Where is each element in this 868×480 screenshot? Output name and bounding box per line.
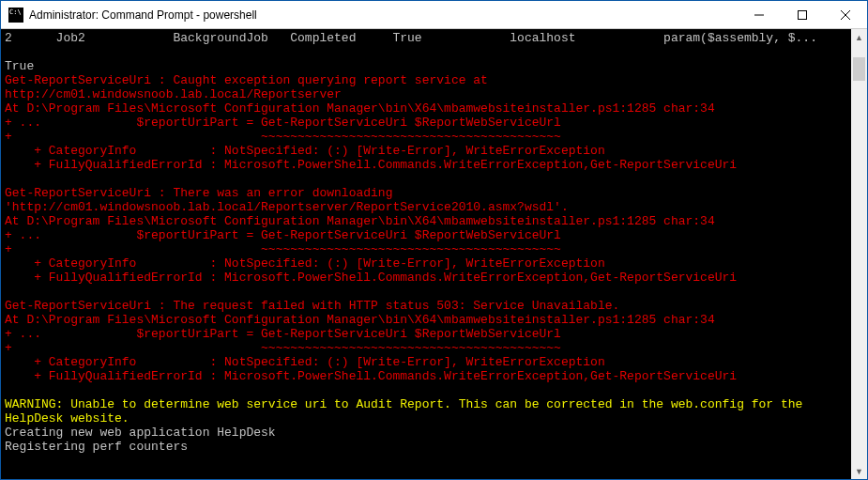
terminal-line: HelpDesk website. — [5, 411, 851, 426]
terminal-viewport: 2 Job2 BackgroundJob Completed True loca… — [1, 29, 867, 479]
terminal-line: + CategoryInfo : NotSpecified: (:) [Writ… — [5, 144, 851, 158]
terminal-line: + ~~~~~~~~~~~~~~~~~~~~~~~~~~~~~~~~~~~~~~… — [5, 242, 851, 256]
minimize-button[interactable] — [738, 1, 781, 28]
terminal-line — [5, 285, 851, 299]
terminal-line: + FullyQualifiedErrorId : Microsoft.Powe… — [5, 271, 851, 285]
maximize-icon — [798, 10, 807, 20]
terminal-line: + FullyQualifiedErrorId : Microsoft.Powe… — [5, 369, 851, 383]
titlebar[interactable]: Administrator: Command Prompt - powershe… — [1, 1, 867, 29]
terminal-line: 'http://cm01.windowsnoob.lab.local/Repor… — [5, 200, 851, 214]
window-controls — [738, 1, 867, 28]
scroll-down-arrow-icon[interactable]: ▼ — [851, 463, 867, 479]
terminal-line: Get-ReportServiceUri : Caught exception … — [5, 73, 851, 87]
minimize-icon — [754, 10, 764, 20]
window-title: Administrator: Command Prompt - powershe… — [29, 8, 738, 22]
terminal-line: + ... $reportUriPart = Get-ReportService… — [5, 228, 851, 242]
terminal-line: + ~~~~~~~~~~~~~~~~~~~~~~~~~~~~~~~~~~~~~~… — [5, 341, 851, 355]
terminal-line: + FullyQualifiedErrorId : Microsoft.Powe… — [5, 158, 851, 172]
terminal-line: Get-ReportServiceUri : There was an erro… — [5, 186, 851, 200]
terminal-line: 2 Job2 BackgroundJob Completed True loca… — [5, 31, 851, 45]
app-icon — [8, 8, 23, 23]
terminal-output[interactable]: 2 Job2 BackgroundJob Completed True loca… — [1, 29, 851, 479]
terminal-line: True — [5, 59, 851, 73]
terminal-line: Creating new web application HelpDesk — [5, 426, 851, 440]
terminal-line: + ... $reportUriPart = Get-ReportService… — [5, 116, 851, 130]
terminal-line: + ~~~~~~~~~~~~~~~~~~~~~~~~~~~~~~~~~~~~~~… — [5, 130, 851, 144]
maximize-button[interactable] — [781, 1, 824, 28]
terminal-line: At D:\Program Files\Microsoft Configurat… — [5, 214, 851, 228]
svg-rect-1 — [799, 10, 807, 19]
vertical-scrollbar[interactable]: ▲ ▼ — [851, 29, 867, 479]
terminal-line: Registering perf counters — [5, 440, 851, 454]
terminal-line: + CategoryInfo : NotSpecified: (:) [Writ… — [5, 355, 851, 369]
terminal-line: + ... $reportUriPart = Get-ReportService… — [5, 327, 851, 341]
terminal-line: http://cm01.windowsnoob.lab.local/Report… — [5, 87, 851, 101]
scrollbar-thumb[interactable] — [853, 57, 865, 81]
terminal-line: WARNING: Unable to determine web service… — [5, 397, 851, 411]
terminal-line: At D:\Program Files\Microsoft Configurat… — [5, 313, 851, 327]
terminal-line — [5, 45, 851, 59]
terminal-line — [5, 383, 851, 397]
terminal-line: Get-ReportServiceUri : The request faile… — [5, 299, 851, 313]
terminal-line: + CategoryInfo : NotSpecified: (:) [Writ… — [5, 256, 851, 271]
terminal-line: At D:\Program Files\Microsoft Configurat… — [5, 101, 851, 116]
scroll-up-arrow-icon[interactable]: ▲ — [851, 29, 867, 45]
close-icon — [841, 10, 850, 20]
terminal-line — [5, 172, 851, 186]
close-button[interactable] — [824, 1, 867, 28]
window-frame: Administrator: Command Prompt - powershe… — [0, 0, 868, 480]
